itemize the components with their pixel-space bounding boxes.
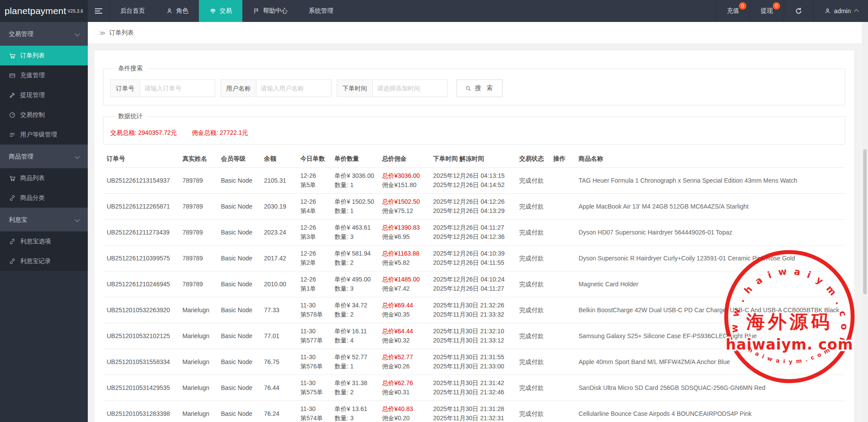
link-icon bbox=[9, 238, 16, 245]
cell-status: 完成付款 bbox=[516, 401, 550, 422]
table-row: UB2512261211273439 789789 Basic Node 202… bbox=[103, 220, 845, 245]
sidebar-item-label: 提现管理 bbox=[20, 91, 45, 99]
cell-status: 完成付款 bbox=[516, 245, 550, 271]
cell-price-qty: 单价¥ 463.61 数量: 3 bbox=[331, 220, 378, 245]
sidebar-item-order-list[interactable]: 订单列表 bbox=[0, 46, 88, 65]
cell-member-level: Basic Node bbox=[217, 323, 260, 349]
cell-member-level: Basic Node bbox=[217, 401, 260, 422]
quantity: 数量: 1 bbox=[335, 362, 375, 371]
sidebar-item-label: 商品分类 bbox=[20, 194, 45, 202]
sidebar-item-goods-list[interactable]: 商品列表 bbox=[0, 168, 88, 188]
sidebar-item-recharge-mgmt[interactable]: 充值管理 bbox=[0, 65, 88, 85]
unit-price: 单价¥ 3036.00 bbox=[335, 171, 375, 180]
cell-product: Dyson Supersonic R Hairdryer Curly+Coily… bbox=[575, 245, 845, 271]
cell-price-qty: 单价¥ 581.94 数量: 2 bbox=[331, 245, 378, 271]
user-menu[interactable]: admin bbox=[813, 0, 868, 22]
column-header-1: 真实姓名 bbox=[179, 151, 217, 168]
order-seq: 第577单 bbox=[300, 336, 328, 345]
sidebar: 交易管理 订单列表 充值管理 提现管理 交易控制 用户等级管理 商品管理 bbox=[0, 22, 88, 422]
sidebar-item-goods-category[interactable]: 商品分类 bbox=[0, 188, 88, 208]
nav-item-help-center[interactable]: 帮助中心 bbox=[242, 0, 298, 22]
cell-member-level: Basic Node bbox=[217, 375, 260, 401]
sidebar-item-withdraw-mgmt[interactable]: 提现管理 bbox=[0, 85, 88, 105]
quantity: 数量: 4 bbox=[335, 336, 375, 345]
cell-member-level: Basic Node bbox=[217, 271, 260, 297]
sidebar-item-interest-options[interactable]: 利息宝选项 bbox=[0, 231, 88, 251]
order-date: 12-26 bbox=[300, 275, 328, 284]
cell-action bbox=[550, 245, 575, 271]
quantity: 数量: 2 bbox=[335, 258, 375, 267]
sidebar-item-label: 商品列表 bbox=[20, 174, 45, 182]
cart-icon bbox=[9, 175, 16, 182]
commission: 佣金¥0.32 bbox=[382, 336, 426, 345]
commission: 佣金¥0.20 bbox=[382, 414, 426, 422]
cell-price-qty: 单价¥ 3036.00 数量: 1 bbox=[331, 168, 378, 194]
order-seq: 第3单 bbox=[300, 232, 328, 242]
cell-total-commission: 总价¥52.77 佣金¥0.26 bbox=[378, 349, 430, 375]
search-button[interactable]: 搜 索 bbox=[457, 79, 503, 97]
cell-times: 2025年12月26日 04:12:26 2025年12月26日 04:13:2… bbox=[430, 194, 516, 220]
cell-balance: 2030.19 bbox=[260, 194, 297, 220]
cell-times: 2025年12月26日 04:10:39 2025年12月26日 04:11:5… bbox=[430, 245, 516, 271]
order-seq: 第575单 bbox=[300, 388, 328, 397]
cell-product: Cellularline Bounce Case Airpods 4 BOUNC… bbox=[575, 401, 845, 422]
unfreeze-time: 2025年12月26日 04:11:55 bbox=[433, 258, 512, 267]
chevron-down-icon bbox=[75, 31, 79, 36]
cell-total-commission: 总价¥1390.83 佣金¥6.95 bbox=[378, 220, 430, 245]
cell-today-orders: 12-26 第4单 bbox=[297, 194, 331, 220]
cell-order-no: UB2512010531283398 bbox=[103, 401, 179, 422]
cell-times: 2025年12月26日 04:11:27 2025年12月26日 04:12:3… bbox=[430, 220, 516, 245]
nav-item-system[interactable]: 系统管理 bbox=[298, 0, 344, 22]
cell-member-level: Basic Node bbox=[217, 194, 260, 220]
sidebar-item-label: 订单列表 bbox=[20, 52, 45, 60]
total-price: 总价¥52.77 bbox=[382, 353, 426, 362]
table-row: UB2512261212265871 789789 Basic Node 203… bbox=[103, 194, 845, 220]
nav-item-trade[interactable]: 交易 bbox=[199, 0, 242, 22]
vertical-scrollbar[interactable] bbox=[862, 22, 868, 422]
cell-action bbox=[550, 220, 575, 245]
unit-price: 单价¥ 31.38 bbox=[335, 379, 375, 388]
nav-item-dashboard[interactable]: 后台首页 bbox=[110, 0, 155, 22]
cell-product: Magnetic Card Holder bbox=[575, 271, 845, 297]
sidebar-group-trade[interactable]: 交易管理 bbox=[0, 22, 88, 46]
cell-status: 完成付款 bbox=[516, 349, 550, 375]
nav-item-roles[interactable]: 角色 bbox=[155, 0, 199, 22]
unit-price: 单价¥ 463.61 bbox=[335, 223, 375, 232]
commission: 佣金¥7.42 bbox=[382, 284, 426, 293]
cell-today-orders: 12-26 第3单 bbox=[297, 220, 331, 245]
quantity: 数量: 2 bbox=[335, 388, 375, 397]
order-no-input[interactable] bbox=[140, 80, 215, 97]
commission: 佣金¥6.95 bbox=[382, 232, 426, 242]
order-seq: 第2单 bbox=[300, 258, 328, 267]
order-time: 2025年12月26日 04:13:15 bbox=[433, 171, 512, 180]
sidebar-collapse-button[interactable] bbox=[88, 0, 110, 22]
table-row: UB2512010531558334 Marielugn Basic Node … bbox=[103, 349, 845, 375]
column-header-5: 单价数量 bbox=[331, 151, 378, 168]
order-time-input[interactable] bbox=[373, 80, 447, 97]
user-name-input[interactable] bbox=[256, 80, 331, 97]
cell-balance: 2017.42 bbox=[260, 245, 297, 271]
cell-balance: 76.24 bbox=[260, 401, 297, 422]
commission: 佣金¥5.82 bbox=[382, 258, 426, 267]
total-commission: 佣金总额: 27722.1元 bbox=[192, 129, 248, 136]
nav-item-label: 系统管理 bbox=[309, 7, 333, 15]
withdraw-notice-button[interactable]: 提现 0 bbox=[750, 0, 784, 22]
cell-total-commission: 总价¥64.44 佣金¥0.32 bbox=[378, 323, 430, 349]
quantity: 数量: 1 bbox=[335, 206, 375, 216]
sidebar-item-trade-control[interactable]: 交易控制 bbox=[0, 105, 88, 125]
sidebar-item-interest-records[interactable]: 利息宝记录 bbox=[0, 251, 88, 271]
recharge-notice-button[interactable]: 充值 0 bbox=[716, 0, 750, 22]
cell-order-no: UB2512261210399575 bbox=[103, 245, 179, 271]
sidebar-group-goods[interactable]: 商品管理 bbox=[0, 144, 88, 168]
column-header-3: 余额 bbox=[260, 151, 297, 168]
sidebar-group-goods-items: 商品列表 商品分类 bbox=[0, 168, 88, 208]
sidebar-item-label: 利息宝选项 bbox=[20, 238, 51, 245]
search-fieldset: 条件搜索 订单号 用户名称 下单时间 搜 索 bbox=[103, 65, 845, 105]
sidebar-item-user-level-mgmt[interactable]: 用户等级管理 bbox=[0, 125, 88, 144]
refresh-button[interactable] bbox=[784, 0, 813, 22]
search-legend: 条件搜索 bbox=[114, 65, 147, 72]
total-price: 总价¥1485.00 bbox=[382, 275, 426, 284]
unfreeze-time: 2025年12月26日 04:14:52 bbox=[433, 180, 512, 190]
scrollbar-thumb[interactable] bbox=[863, 149, 867, 294]
sidebar-group-interest[interactable]: 利息宝 bbox=[0, 208, 88, 231]
